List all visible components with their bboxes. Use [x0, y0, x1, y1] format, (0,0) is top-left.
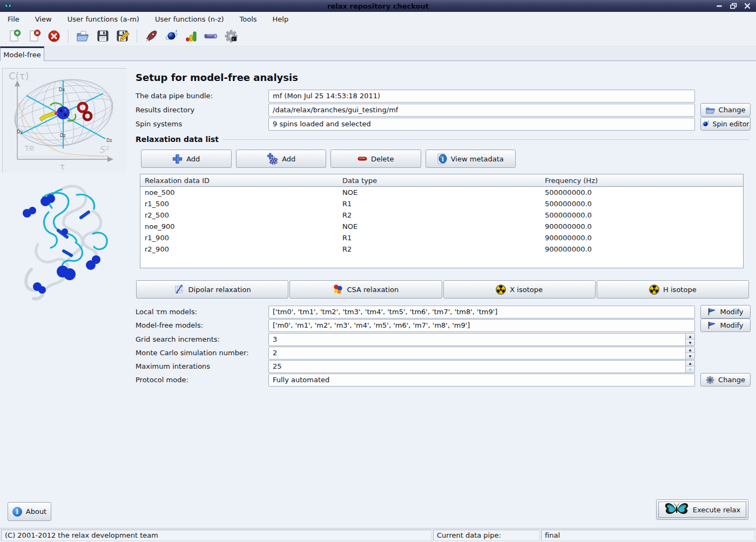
csa-relaxation-button[interactable]: CSA relaxation	[289, 280, 442, 299]
relaxation-data-table[interactable]: Relaxation data ID Data type Frequency (…	[140, 174, 744, 268]
table-row[interactable]: r2_500 R2 500000000.0	[140, 209, 743, 221]
spin-down-button[interactable]: ▼	[686, 353, 694, 359]
save-icon	[96, 29, 110, 43]
minimize-button[interactable]	[715, 2, 724, 10]
relaxation-data-list-title: Relaxation data list	[136, 135, 749, 144]
modify-button-label: Modify	[720, 321, 743, 329]
modify-button-label: Modify	[720, 308, 743, 316]
relax-data-delete-button[interactable]: Delete	[330, 150, 421, 168]
max-iterations-spinner[interactable]: 25 ▲ ▼	[268, 360, 695, 373]
restore-button[interactable]	[729, 2, 738, 10]
spin-icon	[701, 120, 710, 128]
delete-button-label: Delete	[371, 155, 394, 163]
results-directory-value: /data/relax/branches/gui_testing/mf	[273, 106, 398, 114]
statusbar-copyright: (C) 2001-2012 the relax development team	[1, 530, 431, 541]
max-iterations-value: 25	[269, 361, 685, 372]
exit-button[interactable]	[46, 29, 62, 44]
view-metadata-button[interactable]: i View metadata	[426, 150, 516, 168]
protocol-mode-field[interactable]: Fully automated	[268, 374, 695, 387]
spin-systems-field[interactable]: 9 spins loaded and selected	[268, 118, 695, 131]
csa-relaxation-label: CSA relaxation	[347, 286, 399, 294]
column-header[interactable]: Relaxation data ID	[140, 177, 342, 185]
column-header[interactable]: Frequency (Hz)	[545, 177, 743, 185]
menu-tools[interactable]: Tools	[239, 14, 258, 24]
models-modify-button[interactable]: Modify	[700, 319, 751, 332]
about-button[interactable]: i About	[8, 502, 51, 521]
menu-user-functions-nz[interactable]: User functions (n-z)	[154, 14, 225, 24]
close-analysis-icon	[28, 29, 41, 43]
relax-data-add-button[interactable]: Add	[141, 150, 232, 168]
local-tm-modify-button[interactable]: Modify	[700, 305, 751, 319]
open-folder-icon	[76, 29, 90, 43]
table-row[interactable]: noe_500 NOE 500000000.0	[140, 187, 743, 198]
x-isotope-button[interactable]: X isotope	[443, 280, 596, 299]
app-window: relax repository checkout File View User…	[0, 0, 756, 542]
menu-file[interactable]: File	[6, 14, 21, 24]
spin-down-button[interactable]: ▼	[686, 340, 694, 345]
max-iterations-label: Maximum interations	[136, 362, 268, 370]
protocol-change-button[interactable]: Change	[700, 373, 751, 387]
spin-viewer-button[interactable]	[164, 29, 179, 44]
open-state-button[interactable]	[75, 29, 90, 44]
model-free-models-field[interactable]: ['m0', 'm1', 'm2', 'm3', 'm4', 'm5', 'm6…	[268, 319, 695, 332]
data-pipe-editor-button[interactable]	[204, 29, 219, 44]
svg-text:Dy: Dy	[17, 130, 23, 134]
local-tm-models-field[interactable]: ['tm0', 'tm1', 'tm2', 'tm3', 'tm4', 'tm5…	[268, 306, 695, 319]
table-row[interactable]: noe_900 NOE 900000000.0	[140, 221, 743, 232]
relax-data-add-remote-button[interactable]: Add	[236, 150, 327, 168]
menu-user-functions-am[interactable]: User functions (a-m)	[66, 14, 140, 24]
new-analysis-button[interactable]	[6, 29, 22, 44]
save-state-button[interactable]	[95, 29, 110, 44]
menu-help[interactable]: Help	[272, 14, 290, 24]
relax-mode-button[interactable]	[144, 29, 159, 44]
execute-relax-button[interactable]: Execute relax	[656, 499, 748, 520]
results-directory-field[interactable]: /data/relax/branches/gui_testing/mf	[268, 104, 695, 117]
x-isotope-label: X isotope	[510, 286, 543, 294]
grid-increments-value: 3	[269, 334, 685, 345]
exit-icon	[48, 30, 60, 43]
folder-icon	[706, 106, 715, 114]
about-button-label: About	[26, 507, 46, 516]
menu-view[interactable]: View	[34, 14, 53, 24]
results-viewer-icon	[185, 30, 198, 43]
spin-down-button[interactable]: ▼	[686, 367, 694, 372]
spin-up-button[interactable]: ▲	[686, 361, 694, 367]
model-free-models-value: ['m0', 'm1', 'm2', 'm3', 'm4', 'm5', 'm6…	[273, 321, 470, 329]
menubar: File View User functions (a-m) User func…	[0, 12, 756, 26]
model-free-models-label: Model-free models:	[136, 321, 268, 329]
spin-editor-button[interactable]: Spin editor	[700, 117, 751, 131]
table-row[interactable]: r1_900 R1 900000000.0	[140, 232, 743, 243]
radiation-icon	[649, 284, 659, 295]
tab-model-free[interactable]: Model-free	[0, 46, 44, 61]
close-button[interactable]	[743, 2, 752, 10]
results-directory-change-button[interactable]: Change	[700, 103, 751, 117]
close-analysis-button[interactable]	[26, 29, 42, 44]
spin-up-button[interactable]: ▲	[686, 334, 694, 340]
statusbar: (C) 2001-2012 the relax development team…	[0, 528, 756, 542]
relax-prompt-button[interactable]	[224, 29, 239, 44]
tabbar: Model-free	[0, 46, 756, 61]
table-header: Relaxation data ID Data type Frequency (…	[140, 174, 743, 187]
monte-carlo-number-spinner[interactable]: 2 ▲ ▼	[268, 347, 695, 360]
monte-carlo-number-label: Monte Carlo simulation number:	[136, 349, 268, 357]
results-viewer-button[interactable]	[184, 29, 199, 44]
dipolar-relaxation-button[interactable]: Dipolar relaxation	[136, 280, 288, 299]
table-row[interactable]: r2_900 R2 900000000.0	[140, 243, 743, 255]
statusbar-pipe-label: Current data pipe:	[433, 530, 539, 541]
add-button-label: Add	[186, 155, 200, 163]
spin-viewer-icon	[164, 29, 179, 43]
table-row[interactable]: r1_500 R1 500000000.0	[140, 198, 743, 209]
spin-up-button[interactable]: ▲	[686, 347, 694, 354]
h-isotope-label: H isotope	[663, 286, 697, 294]
grid-increments-spinner[interactable]: 3 ▲ ▼	[268, 333, 695, 346]
h-isotope-button[interactable]: H isotope	[597, 280, 749, 299]
monte-carlo-number-value: 2	[269, 347, 685, 359]
spin-systems-value: 9 spins loaded and selected	[273, 120, 371, 128]
save-state-as-button[interactable]	[115, 29, 130, 44]
window-title: relax repository checkout	[0, 2, 756, 10]
column-header[interactable]: Data type	[342, 177, 545, 185]
spin-editor-button-label: Spin editor	[712, 120, 749, 128]
svg-text:Dz: Dz	[60, 133, 65, 138]
gear-icon	[706, 376, 714, 384]
data-pipe-bundle-field[interactable]: mf (Mon Jul 25 14:53:18 2011)	[268, 90, 695, 103]
